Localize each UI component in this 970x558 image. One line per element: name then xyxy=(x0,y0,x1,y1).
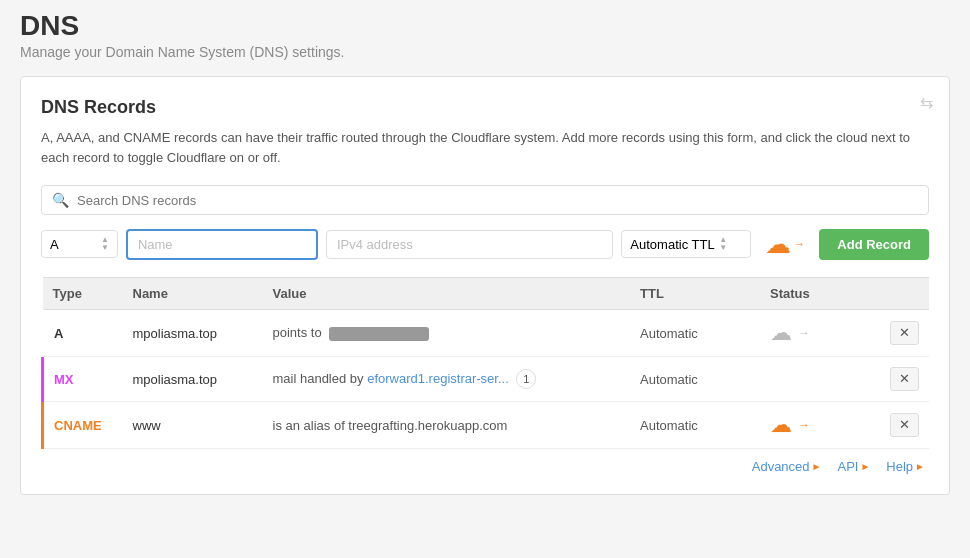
api-label: API xyxy=(837,459,858,474)
search-icon: 🔍 xyxy=(52,192,69,208)
blurred-ip xyxy=(329,327,429,341)
record-action-2: ✕ xyxy=(880,357,929,402)
help-link[interactable]: Help ► xyxy=(886,459,925,474)
table-row: CNAME www is an alias of treegrafting.he… xyxy=(43,402,930,449)
advanced-link[interactable]: Advanced ► xyxy=(752,459,822,474)
arrow-icon: → xyxy=(798,326,810,340)
record-action-1: ✕ xyxy=(880,310,929,357)
ttl-select-arrows: ▲ ▼ xyxy=(719,236,727,252)
cloudflare-cloud-icon: ☁ xyxy=(765,231,791,257)
add-record-button[interactable]: Add Record xyxy=(819,229,929,260)
record-ttl-3: Automatic xyxy=(630,402,760,449)
ttl-select[interactable]: Automatic TTL 2 min 5 min 30 min 1 hr xyxy=(630,237,715,252)
type-select[interactable]: A AAAA CNAME MX TXT SRV xyxy=(50,237,97,252)
search-bar: 🔍 xyxy=(41,185,929,215)
record-type-cname: CNAME xyxy=(43,402,123,449)
help-chevron: ► xyxy=(915,461,925,472)
dns-records-table: Type Name Value TTL Status A mpoliasma.t… xyxy=(41,277,929,449)
record-type-a: A xyxy=(43,310,123,357)
col-header-value: Value xyxy=(263,278,631,310)
col-header-status: Status xyxy=(760,278,880,310)
ttl-select-wrap[interactable]: Automatic TTL 2 min 5 min 30 min 1 hr ▲ … xyxy=(621,230,751,258)
record-value-3: is an alias of treegrafting.herokuapp.co… xyxy=(263,402,631,449)
page-title: DNS xyxy=(20,10,950,42)
table-header-row: Type Name Value TTL Status xyxy=(43,278,930,310)
delete-button-2[interactable]: ✕ xyxy=(890,367,919,391)
search-input[interactable] xyxy=(77,193,918,208)
record-name-3: www xyxy=(123,402,263,449)
card-title: DNS Records xyxy=(41,97,929,118)
delete-button-1[interactable]: ✕ xyxy=(890,321,919,345)
record-status-3: ☁ → xyxy=(760,402,880,449)
dns-records-card: ⇆ DNS Records A, AAAA, and CNAME records… xyxy=(20,76,950,495)
add-record-row: A AAAA CNAME MX TXT SRV ▲ ▼ Automatic TT… xyxy=(41,227,929,261)
col-header-action xyxy=(880,278,929,310)
page-container: DNS Manage your Domain Name System (DNS)… xyxy=(0,0,970,558)
record-status-2 xyxy=(760,357,880,402)
record-status-1: ☁ → xyxy=(760,310,880,357)
record-name-1: mpoliasma.top xyxy=(123,310,263,357)
table-row: A mpoliasma.top points to Automatic ☁ → … xyxy=(43,310,930,357)
col-header-name: Name xyxy=(123,278,263,310)
page-subtitle: Manage your Domain Name System (DNS) set… xyxy=(20,44,950,60)
record-value-1: points to xyxy=(263,310,631,357)
table-row: MX mpoliasma.top mail handled by eforwar… xyxy=(43,357,930,402)
record-value-2: mail handled by eforward1.registrar-ser.… xyxy=(263,357,631,402)
value-input[interactable] xyxy=(326,230,613,259)
record-name-2: mpoliasma.top xyxy=(123,357,263,402)
type-select-wrap[interactable]: A AAAA CNAME MX TXT SRV ▲ ▼ xyxy=(41,230,118,258)
card-description: A, AAAA, and CNAME records can have thei… xyxy=(41,128,929,167)
delete-button-3[interactable]: ✕ xyxy=(890,413,919,437)
help-label: Help xyxy=(886,459,913,474)
cloudflare-toggle-button[interactable]: ☁ → xyxy=(759,227,811,261)
col-header-ttl: TTL xyxy=(630,278,760,310)
advanced-label: Advanced xyxy=(752,459,810,474)
record-action-3: ✕ xyxy=(880,402,929,449)
record-ttl-1: Automatic xyxy=(630,310,760,357)
mx-value-link[interactable]: eforward1.registrar-ser... xyxy=(367,371,509,386)
mx-badge: 1 xyxy=(516,369,536,389)
cloud-orange-icon[interactable]: ☁ xyxy=(770,412,792,438)
record-ttl-2: Automatic xyxy=(630,357,760,402)
arrow-orange-icon: → xyxy=(798,418,810,432)
name-input[interactable] xyxy=(126,229,318,260)
advanced-chevron: ► xyxy=(812,461,822,472)
cloudflare-arrow-icon: → xyxy=(793,237,805,251)
cloud-gray-icon[interactable]: ☁ xyxy=(770,320,792,346)
col-header-type: Type xyxy=(43,278,123,310)
corner-icon: ⇆ xyxy=(920,93,933,112)
record-type-mx: MX xyxy=(43,357,123,402)
api-link[interactable]: API ► xyxy=(837,459,870,474)
footer-row: Advanced ► API ► Help ► xyxy=(41,449,929,474)
api-chevron: ► xyxy=(860,461,870,472)
type-select-arrows: ▲ ▼ xyxy=(101,236,109,252)
